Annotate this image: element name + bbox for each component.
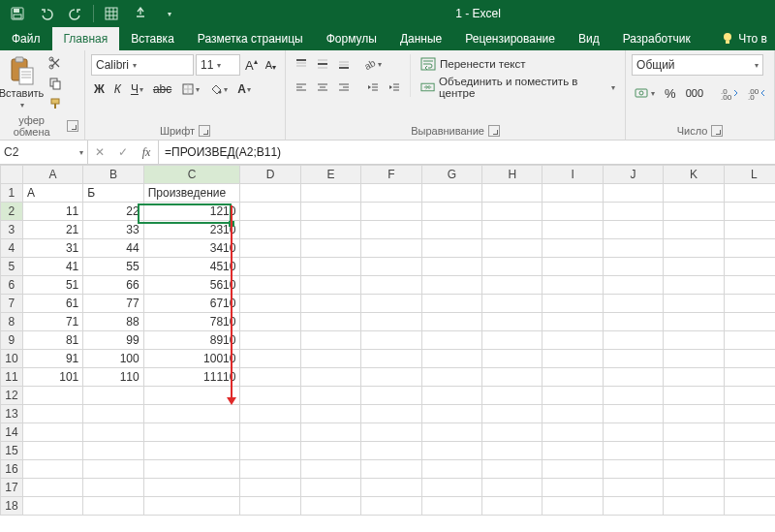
cell-G14[interactable]	[421, 423, 481, 442]
cell-A6[interactable]: 51	[22, 276, 82, 295]
cell-B7[interactable]: 77	[83, 295, 143, 313]
cut-button[interactable]	[46, 54, 64, 72]
cell-D3[interactable]	[240, 221, 300, 239]
formula-enter-button[interactable]: ✓	[111, 141, 135, 164]
row-header-12[interactable]: 12	[1, 387, 23, 405]
row-header-13[interactable]: 13	[1, 405, 23, 423]
cell-H13[interactable]	[482, 405, 542, 423]
cell-B5[interactable]: 55	[83, 258, 143, 276]
cell-L5[interactable]	[724, 258, 775, 276]
row-header-14[interactable]: 14	[1, 423, 23, 442]
col-header-I[interactable]: I	[542, 166, 603, 184]
cell-F9[interactable]	[361, 331, 421, 350]
cell-J6[interactable]	[603, 276, 663, 295]
merge-center-button[interactable]: Объединить и поместить в центре ▾	[417, 78, 619, 97]
cell-H4[interactable]	[482, 239, 542, 258]
tell-me[interactable]: Что в	[713, 27, 775, 50]
cell-J11[interactable]	[603, 368, 663, 387]
shrink-font-button[interactable]: A▾	[263, 55, 279, 75]
cell-H7[interactable]	[482, 295, 542, 313]
cell-F11[interactable]	[361, 368, 421, 387]
row-header-17[interactable]: 17	[1, 479, 23, 497]
cell-G11[interactable]	[421, 368, 481, 387]
cell-C3[interactable]: 2310	[143, 221, 240, 239]
cell-C1[interactable]: Произведение	[143, 184, 240, 203]
cell-I8[interactable]	[542, 313, 603, 331]
row-header-1[interactable]: 1	[1, 184, 23, 203]
cell-B10[interactable]: 100	[83, 350, 143, 368]
cell-D12[interactable]	[240, 387, 300, 405]
formula-input[interactable]: =ПРОИЗВЕД(A2;B11)	[159, 141, 775, 164]
cell-I15[interactable]	[542, 442, 603, 460]
cell-B18[interactable]	[83, 497, 143, 516]
cell-H10[interactable]	[482, 350, 542, 368]
cell-H14[interactable]	[482, 423, 542, 442]
cell-K13[interactable]	[664, 405, 724, 423]
cell-B13[interactable]	[83, 405, 143, 423]
cell-E15[interactable]	[300, 442, 360, 460]
wrap-text-button[interactable]: Перенести текст	[417, 54, 619, 74]
cell-G10[interactable]	[421, 350, 481, 368]
cell-B6[interactable]: 66	[83, 276, 143, 295]
cell-grid[interactable]: ABCDEFGHIJKL 1АБПроизведение211221210321…	[0, 165, 775, 516]
cell-E5[interactable]	[300, 258, 360, 276]
qat-grid-icon[interactable]	[100, 2, 123, 25]
cell-F7[interactable]	[361, 295, 421, 313]
row-header-10[interactable]: 10	[1, 350, 23, 368]
cell-F12[interactable]	[361, 387, 421, 405]
cell-D7[interactable]	[240, 295, 300, 313]
col-header-B[interactable]: B	[83, 166, 143, 184]
cell-C8[interactable]: 7810	[143, 313, 240, 331]
cell-K1[interactable]	[664, 184, 724, 203]
cell-L8[interactable]	[724, 313, 775, 331]
cell-B15[interactable]	[83, 442, 143, 460]
cell-L6[interactable]	[724, 276, 775, 295]
name-box[interactable]: C2 ▾	[0, 141, 88, 164]
tab-home[interactable]: Главная	[52, 27, 120, 50]
cell-A2[interactable]: 11	[22, 203, 82, 221]
copy-button[interactable]	[46, 75, 64, 92]
cell-J9[interactable]	[603, 331, 663, 350]
cell-D4[interactable]	[240, 239, 300, 258]
align-middle-button[interactable]	[313, 54, 332, 74]
row-header-3[interactable]: 3	[1, 221, 23, 239]
orientation-button[interactable]: ab▾	[363, 54, 383, 74]
align-top-button[interactable]	[292, 54, 311, 74]
cell-A1[interactable]: А	[22, 184, 82, 203]
cell-E1[interactable]	[300, 184, 360, 203]
cell-K12[interactable]	[664, 387, 724, 405]
cell-F3[interactable]	[361, 221, 421, 239]
tab-page-layout[interactable]: Разметка страницы	[186, 27, 315, 50]
col-header-L[interactable]: L	[724, 166, 775, 184]
cell-K18[interactable]	[664, 497, 724, 516]
cell-F2[interactable]	[361, 203, 421, 221]
cell-I3[interactable]	[542, 221, 603, 239]
col-header-J[interactable]: J	[603, 166, 663, 184]
cell-B2[interactable]: 22	[83, 203, 143, 221]
cell-I17[interactable]	[542, 479, 603, 497]
cell-K15[interactable]	[664, 442, 724, 460]
cell-A5[interactable]: 41	[22, 258, 82, 276]
cell-I10[interactable]	[542, 350, 603, 368]
cell-A13[interactable]	[22, 405, 82, 423]
cell-E13[interactable]	[300, 405, 360, 423]
cell-G3[interactable]	[421, 221, 481, 239]
cell-H2[interactable]	[482, 203, 542, 221]
cell-D18[interactable]	[240, 497, 300, 516]
cell-J4[interactable]	[603, 239, 663, 258]
increase-indent-button[interactable]	[385, 78, 404, 97]
cell-H5[interactable]	[482, 258, 542, 276]
cell-I11[interactable]	[542, 368, 603, 387]
cell-D2[interactable]	[240, 203, 300, 221]
cell-I1[interactable]	[542, 184, 603, 203]
cell-F10[interactable]	[361, 350, 421, 368]
cell-B16[interactable]	[83, 460, 143, 479]
cell-B17[interactable]	[83, 479, 143, 497]
cell-C17[interactable]	[143, 479, 240, 497]
cell-G9[interactable]	[421, 331, 481, 350]
cell-J7[interactable]	[603, 295, 663, 313]
italic-button[interactable]: К	[111, 79, 124, 99]
align-bottom-button[interactable]	[334, 54, 354, 74]
col-header-H[interactable]: H	[482, 166, 542, 184]
cell-A3[interactable]: 21	[22, 221, 82, 239]
